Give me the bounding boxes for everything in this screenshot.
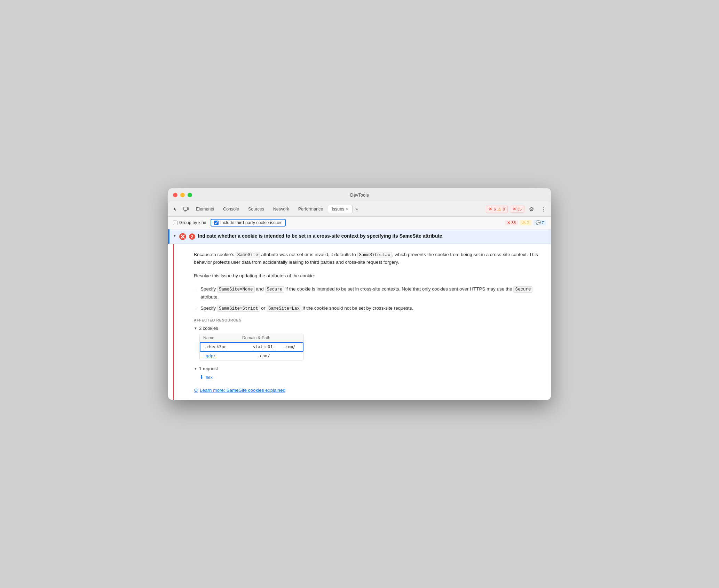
total-error-icon: ✕: [513, 207, 516, 212]
request-link-label: flex: [206, 375, 213, 380]
tab-issues-label: Issues: [332, 207, 344, 212]
learn-more: ⊙ Learn more: SameSite cookies explained: [194, 387, 544, 393]
warning-count: 9: [503, 207, 505, 211]
bullet-item-1: → Specify SameSite=None and Secure if th…: [194, 285, 544, 301]
affected-resources: AFFECTED RESOURCES ▼ 2 cookies Name Doma…: [194, 318, 544, 380]
learn-more-icon: ⊙: [194, 387, 198, 393]
requests-toggle[interactable]: ▼ 1 request: [194, 366, 544, 371]
request-link[interactable]: ⬇ flex: [199, 374, 544, 380]
resolve-text: Resolve this issue by updating the attri…: [194, 272, 544, 280]
close-button[interactable]: [173, 193, 177, 197]
group-by-kind-label[interactable]: Group by kind: [173, 220, 206, 225]
issues-warn-icon: ⚠: [522, 220, 526, 225]
requests-section: ▼ 1 request ⬇ flex: [194, 366, 544, 380]
tab-issues[interactable]: Issues ✕: [328, 205, 353, 213]
code-samesite: SameSite: [236, 252, 260, 258]
issue-body: Because a cookie's SameSite attribute wa…: [183, 244, 551, 400]
error-warning-badge: ✕ 6 ⚠ 9: [486, 206, 508, 213]
toolbar-right: ✕ 6 ⚠ 9 ✕ 35 ⚙ ⋮: [486, 204, 548, 214]
warning-icon: ⚠: [497, 207, 501, 212]
error-count: 6: [493, 207, 496, 211]
issue-header[interactable]: ▼ 2 Indicate whether a cookie is intende…: [168, 229, 551, 244]
arrow-2: →: [194, 305, 198, 312]
col-domain: Domain & Path: [242, 335, 270, 340]
total-badge: ✕ 35: [510, 206, 524, 213]
second-bar: Group by kind Include third-party cookie…: [168, 217, 551, 229]
second-bar-counts: ✕ 35 ⚠ 1 💬 7: [505, 220, 546, 225]
devtools-window: DevTools Elements Console Sources Networ…: [168, 188, 551, 400]
code-samesite-none: SameSite=None: [217, 286, 255, 293]
learn-more-text: Learn more: SameSite cookies explained: [200, 388, 285, 393]
more-tabs-button[interactable]: »: [353, 205, 360, 213]
issue-count-badge: 2: [189, 233, 195, 240]
bullet-2-text: Specify SameSite=Strict or SameSite=Lax …: [200, 304, 413, 312]
maximize-button[interactable]: [188, 193, 192, 197]
cookie-row-2[interactable]: -gdpr .com/: [200, 352, 303, 360]
affected-label: AFFECTED RESOURCES: [194, 318, 544, 322]
device-icon-button[interactable]: [181, 204, 191, 214]
col-name: Name: [203, 335, 214, 340]
tab-network[interactable]: Network: [269, 205, 293, 214]
issue-title: Indicate whether a cookie is intended to…: [198, 233, 442, 240]
error-icon: ✕: [489, 207, 492, 212]
cookie-row-1[interactable]: .check3pc static01. .com/: [200, 342, 303, 352]
window-title: DevTools: [350, 192, 369, 198]
group-by-kind-checkbox[interactable]: [173, 221, 177, 225]
cookies-arrow: ▼: [194, 326, 197, 330]
cursor-icon-button[interactable]: [171, 204, 181, 214]
cookies-label: 2 cookies: [199, 326, 218, 331]
tab-issues-close[interactable]: ✕: [346, 207, 349, 212]
arrow-1: →: [194, 286, 198, 293]
bullet-list: → Specify SameSite=None and Secure if th…: [194, 285, 544, 312]
cookies-table: Name Domain & Path .check3pc static01. .…: [199, 334, 304, 360]
svg-rect-1: [188, 208, 189, 210]
code-secure: Secure: [265, 286, 284, 293]
red-border-line: [173, 244, 178, 400]
titlebar: DevTools: [168, 188, 551, 202]
svg-rect-0: [184, 207, 187, 210]
code-samesite-lax: SameSite=Lax: [357, 252, 392, 258]
settings-button[interactable]: ⚙: [527, 204, 536, 214]
issue-description: Because a cookie's SameSite attribute wa…: [194, 251, 544, 267]
issues-error-badge: ✕ 35: [505, 220, 518, 225]
total-count: 35: [517, 207, 522, 211]
tab-performance[interactable]: Performance: [294, 205, 327, 214]
bullet-item-2: → Specify SameSite=Strict or SameSite=La…: [194, 304, 544, 312]
cookie-domain-1: static01. .com/: [253, 344, 295, 349]
code-samesite-strict: SameSite=Strict: [217, 305, 260, 312]
toolbar: Elements Console Sources Network Perform…: [168, 202, 551, 217]
issue-error-icon: [179, 233, 186, 240]
code-samesite-lax-2: SameSite=Lax: [267, 305, 301, 312]
issues-info-icon: 💬: [536, 220, 541, 225]
more-menu-button[interactable]: ⋮: [538, 204, 548, 214]
bullet-1-text: Specify SameSite=None and Secure if the …: [200, 285, 544, 301]
issues-error-icon: ✕: [507, 221, 510, 225]
learn-more-link[interactable]: ⊙ Learn more: SameSite cookies explained: [194, 387, 544, 393]
requests-label: 1 request: [199, 366, 218, 371]
cookie-domain-2: .com/: [230, 353, 270, 358]
code-secure-2: Secure: [513, 286, 532, 293]
cookie-name-2[interactable]: -gdpr: [203, 353, 216, 358]
issues-error-count: 35: [511, 221, 516, 225]
cookies-table-header: Name Domain & Path: [200, 334, 303, 342]
minimize-button[interactable]: [180, 193, 185, 197]
issue-expand-arrow: ▼: [173, 234, 176, 238]
issue-body-container: Because a cookie's SameSite attribute wa…: [168, 244, 551, 400]
include-third-party-checkbox[interactable]: [214, 221, 219, 225]
tab-elements[interactable]: Elements: [192, 205, 218, 214]
cookies-toggle[interactable]: ▼ 2 cookies: [194, 326, 544, 331]
issues-info-count: 7: [542, 221, 544, 225]
traffic-lights: [173, 193, 192, 197]
issues-warn-count: 1: [527, 221, 529, 225]
request-link-icon: ⬇: [199, 374, 204, 380]
issues-info-badge: 💬 7: [534, 220, 546, 225]
issues-warn-badge: ⚠ 1: [520, 220, 531, 225]
tab-console[interactable]: Console: [219, 205, 243, 214]
tab-sources[interactable]: Sources: [244, 205, 268, 214]
include-third-party-container[interactable]: Include third-party cookie issues: [211, 219, 286, 227]
requests-arrow: ▼: [194, 367, 197, 371]
cookie-name-1: .check3pc: [204, 344, 239, 349]
main-content: ▼ 2 Indicate whether a cookie is intende…: [168, 229, 551, 400]
cookies-section: ▼ 2 cookies Name Domain & Path .check3pc…: [194, 326, 544, 362]
